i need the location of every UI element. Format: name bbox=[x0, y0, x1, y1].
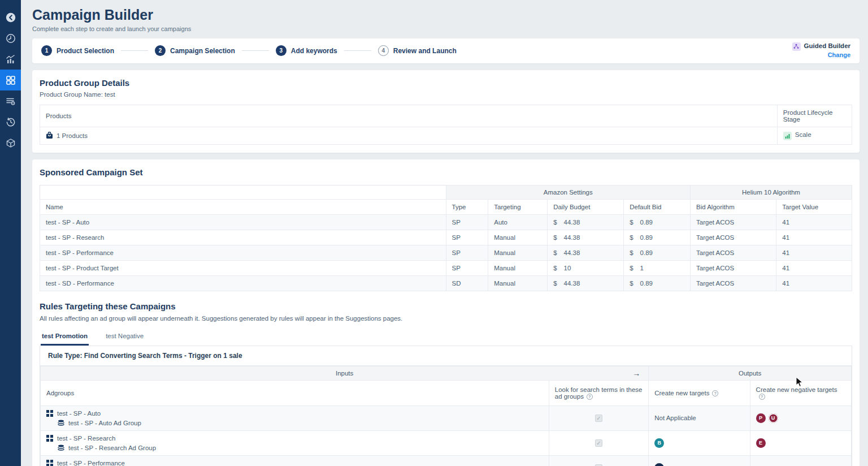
money-value: $44.38 bbox=[553, 234, 580, 241]
product-group-name: Product Group Name: test bbox=[40, 91, 852, 98]
sidebar-item-schedule[interactable] bbox=[0, 28, 21, 49]
page-title: Campaign Builder bbox=[32, 7, 860, 23]
money-value: $44.38 bbox=[553, 249, 580, 256]
step-connector bbox=[242, 50, 269, 51]
col-default-bid: Default Bid bbox=[624, 199, 691, 214]
amount: 1 bbox=[640, 265, 644, 271]
step-label: Campaign Selection bbox=[170, 47, 235, 55]
campaign-default-bid: $0.89 bbox=[624, 214, 691, 230]
adgroup-layers-icon bbox=[58, 445, 64, 451]
tab-test-negative[interactable]: test Negative bbox=[105, 330, 145, 346]
amount: 10 bbox=[564, 265, 571, 271]
campaign-type: SP bbox=[446, 214, 488, 230]
builder-mode: Guided Builder Change bbox=[792, 42, 850, 59]
adgroup-name: test - SP - Auto Ad Group bbox=[68, 420, 141, 426]
look-checkbox[interactable]: ✓ bbox=[595, 439, 602, 447]
amount: 44.38 bbox=[564, 280, 580, 287]
money-value: $1 bbox=[630, 265, 644, 271]
campaign-row: test - SP - Product TargetSPManual$10$1T… bbox=[40, 260, 852, 275]
campaign-name: test - SD - Performance bbox=[40, 275, 446, 291]
lifecycle-stage-value: Scale bbox=[795, 131, 811, 138]
campaign-grid-icon bbox=[46, 460, 53, 466]
currency-symbol: $ bbox=[630, 234, 633, 241]
campaign-targeting: Manual bbox=[488, 245, 548, 260]
campaign-name: test - SP - Performance bbox=[40, 245, 446, 260]
campaign-target-value: 41 bbox=[776, 245, 852, 260]
create-targets-cell: Not Applicable bbox=[649, 405, 750, 430]
guided-builder-label: Guided Builder bbox=[804, 42, 850, 51]
rule-table: Inputs → Outputs Adgroups Look for searc… bbox=[40, 366, 852, 466]
currency-symbol: $ bbox=[553, 249, 557, 256]
create-negative-targets-cell bbox=[750, 455, 851, 466]
campaign-target-value: 41 bbox=[776, 214, 852, 230]
inputs-to-outputs-arrow-icon: → bbox=[632, 369, 640, 378]
col-target-value: Target Value bbox=[776, 199, 852, 214]
campaign-row: test - SP - ResearchSPManual$44.38$0.89T… bbox=[40, 230, 852, 245]
campaign-name: test - SP - Product Target bbox=[40, 260, 446, 275]
rules-title: Rules Targeting these Campaigns bbox=[40, 301, 852, 311]
rule-row: test - SP - Researchtest - SP - Research… bbox=[41, 430, 852, 455]
step-number: 4 bbox=[378, 45, 389, 56]
campaign-set-title: Sponsored Campaign Set bbox=[40, 167, 852, 177]
campaign-target-value: 41 bbox=[776, 275, 852, 291]
look-checkbox[interactable]: ✓ bbox=[595, 415, 602, 422]
money-value: $10 bbox=[553, 265, 571, 271]
list-gear-icon bbox=[6, 96, 16, 106]
step-connector bbox=[344, 50, 371, 51]
campaign-bid-algorithm: Target ACOS bbox=[691, 230, 776, 245]
campaign-default-bid: $1 bbox=[624, 260, 691, 275]
change-builder-link[interactable]: Change bbox=[792, 51, 850, 59]
sidebar-item-analytics[interactable] bbox=[0, 49, 21, 70]
tab-test-promotion[interactable]: test Promotion bbox=[41, 330, 89, 346]
currency-symbol: $ bbox=[553, 280, 557, 287]
sidebar-item-campaigns[interactable] bbox=[0, 70, 21, 90]
campaign-name: test - SP - Performance bbox=[57, 460, 125, 466]
campaign-daily-budget: $10 bbox=[548, 260, 624, 275]
group-spacer bbox=[40, 185, 446, 199]
help-icon[interactable]: ? bbox=[759, 394, 765, 400]
sidebar-item-back[interactable] bbox=[0, 7, 21, 28]
stepper: 1 Product Selection 2 Campaign Selection… bbox=[32, 38, 860, 63]
col-adgroups: Adgroups bbox=[41, 380, 549, 405]
amount: 0.89 bbox=[640, 280, 653, 287]
look-checkbox[interactable]: ✓ bbox=[595, 464, 602, 466]
step-campaign-selection[interactable]: 2 Campaign Selection bbox=[155, 45, 235, 56]
col-daily-budget: Daily Budget bbox=[548, 199, 624, 214]
create-targets-cell: E bbox=[649, 455, 750, 466]
campaign-line: test - SP - Performance bbox=[46, 460, 543, 466]
campaign-bid-algorithm: Target ACOS bbox=[691, 260, 776, 275]
col-create-negative-targets: Create new negative targets? bbox=[750, 380, 851, 405]
rules-subtitle: All rules affecting an ad group will app… bbox=[40, 315, 852, 322]
step-review-launch[interactable]: 4 Review and Launch bbox=[378, 45, 457, 56]
sidebar-item-rules[interactable] bbox=[0, 90, 21, 111]
step-add-keywords[interactable]: 3 Add keywords bbox=[276, 45, 337, 56]
rule-row: test - SP - Performancetest - SP - Perfo… bbox=[41, 455, 852, 466]
amount: 44.38 bbox=[564, 249, 580, 256]
create-negative-targets-cell: PU bbox=[750, 405, 851, 430]
help-icon[interactable]: ? bbox=[712, 390, 718, 396]
campaign-daily-budget: $44.38 bbox=[548, 245, 624, 260]
product-group-card: Product Group Details Product Group Name… bbox=[32, 70, 860, 153]
money-value: $44.38 bbox=[553, 219, 580, 226]
col-create-targets: Create new targets? bbox=[649, 380, 750, 405]
target-badge-e: E bbox=[756, 438, 766, 448]
step-number: 2 bbox=[155, 45, 166, 56]
group-helium-algorithm: Helium 10 Algorithm bbox=[691, 185, 852, 199]
money-value: $0.89 bbox=[630, 280, 653, 287]
adgroup-line: test - SP - Research Ad Group bbox=[58, 445, 543, 451]
sidebar-item-products[interactable] bbox=[0, 132, 21, 153]
campaign-target-value: 41 bbox=[776, 230, 852, 245]
campaign-default-bid: $0.89 bbox=[624, 245, 691, 260]
campaign-daily-budget: $44.38 bbox=[548, 230, 624, 245]
currency-symbol: $ bbox=[630, 280, 633, 287]
product-group-row: 1 Products Scale bbox=[40, 127, 852, 144]
step-product-selection[interactable]: 1 Product Selection bbox=[41, 45, 114, 56]
campaign-daily-budget: $44.38 bbox=[548, 275, 624, 291]
rule-type-label: Rule Type: Find Converting Search Terms … bbox=[40, 346, 852, 366]
col-bid-algorithm: Bid Algorithm bbox=[691, 199, 776, 214]
campaign-targeting: Manual bbox=[488, 230, 548, 245]
help-icon[interactable]: ? bbox=[587, 394, 593, 400]
money-value: $0.89 bbox=[630, 234, 653, 241]
sidebar-item-history[interactable] bbox=[0, 111, 21, 132]
group-amazon-settings: Amazon Settings bbox=[446, 185, 691, 199]
